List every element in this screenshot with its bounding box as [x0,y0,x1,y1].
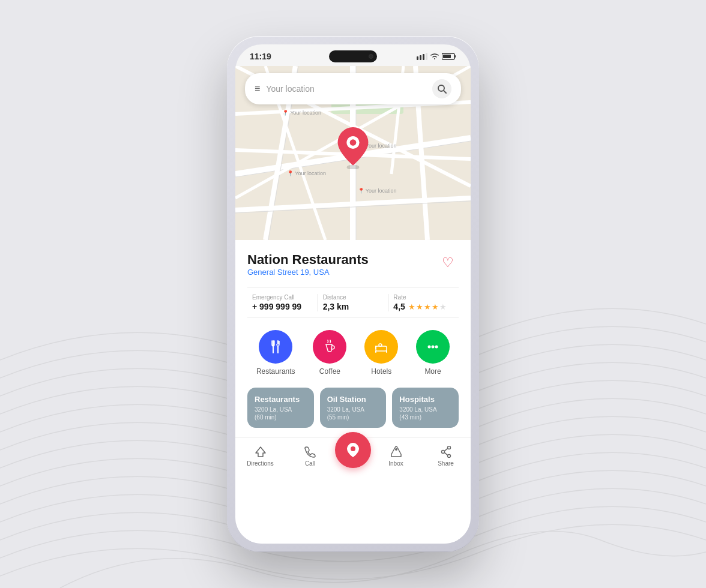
category-coffee[interactable]: Coffee [313,330,346,376]
map-pin [335,126,371,172]
emergency-label: Emergency Call [252,294,313,301]
hotels-icon-circle [364,330,398,364]
svg-point-37 [428,346,431,349]
heart-icon: ♡ [442,255,454,271]
inbox-icon [390,446,402,458]
svg-marker-40 [256,447,265,457]
star-1: ★ [408,302,415,311]
svg-rect-1 [420,55,421,60]
more-icon-circle [416,330,450,364]
more-label: More [424,367,441,376]
signal-icon [417,53,427,60]
directions-label: Directions [247,460,273,467]
svg-point-42 [395,448,397,451]
place-card-restaurants[interactable]: Restaurants 3200 La, USA (60 min) [247,388,314,428]
search-bar[interactable]: ≡ Your location [245,73,461,104]
coffee-label: Coffee [319,367,340,376]
category-restaurants[interactable]: Restaurants [256,330,295,376]
location-center-icon [345,442,361,458]
svg-line-28 [444,91,446,93]
category-row: Restaurants Coffee [247,330,459,376]
svg-rect-35 [379,344,382,346]
inbox-label: Inbox [388,460,403,467]
map-label-5: Your location [358,188,397,194]
category-more[interactable]: More [416,330,450,376]
map-area: Your location Your location Your locatio… [235,66,471,240]
directions-icon [255,446,267,458]
nav-directions[interactable]: Directions [235,446,285,467]
svg-point-41 [351,446,355,451]
place-card-time-3: (43 min) [399,414,451,421]
coffee-icon [322,340,337,354]
svg-rect-0 [417,56,418,60]
call-label: Call [305,460,315,467]
place-card-name-2: Oil Station [327,395,379,404]
stars-row: 4,5 ★ ★ ★ ★ ★ [393,302,454,311]
star-5: ★ [439,302,447,311]
stat-emergency: Emergency Call + 999 999 99 [247,294,318,311]
emergency-value: + 999 999 99 [252,302,313,311]
distance-value: 2,3 km [323,302,384,311]
svg-point-39 [435,346,438,349]
search-input[interactable]: Your location [266,84,426,94]
rate-label: Rate [393,294,454,301]
map-label-1: Your location [282,110,321,116]
phone: 11:19 [227,36,479,552]
hotels-label: Hotels [371,367,391,376]
status-bar: 11:19 [235,44,471,66]
menu-icon[interactable]: ≡ [255,83,260,94]
place-card-hospitals[interactable]: Hospitals 3200 La, USA (43 min) [392,388,459,428]
nav-inbox[interactable]: Inbox [371,446,421,467]
card-header: Nation Restaurants General Street 19, US… [247,252,459,285]
fork-knife-icon [268,340,283,354]
svg-point-24 [346,165,359,169]
svg-line-46 [444,448,448,451]
place-card-time-2: (55 min) [327,414,379,421]
place-card-addr-2: 3200 La, USA [327,406,379,413]
svg-rect-5 [454,55,456,58]
center-location-button[interactable] [335,432,371,468]
more-dots-icon [426,340,440,354]
place-card-time-1: (60 min) [255,414,307,421]
call-icon [304,446,316,458]
distance-label: Distance [323,294,384,301]
restaurants-label: Restaurants [256,367,295,376]
svg-rect-6 [443,55,451,58]
stat-rate: Rate 4,5 ★ ★ ★ ★ ★ [388,294,459,311]
map-label-4: Your location [287,170,326,176]
star-2: ★ [416,302,423,311]
status-notch [329,50,377,62]
battery-icon [442,53,456,60]
svg-point-38 [432,346,435,349]
rate-value: 4,5 [393,302,405,311]
place-card-name-3: Hospitals [399,395,451,404]
favorite-button[interactable]: ♡ [437,252,459,274]
camera-dot [369,54,373,59]
coffee-icon-circle [313,330,346,364]
places-row: Restaurants 3200 La, USA (60 min) Oil St… [247,388,459,428]
place-card-addr-1: 3200 La, USA [255,406,307,413]
wifi-icon [430,53,439,60]
stats-row: Emergency Call + 999 999 99 Distance 2,3… [247,287,459,318]
bed-icon [374,340,388,354]
place-card-name-1: Restaurants [255,395,307,404]
place-card-oil[interactable]: Oil Station 3200 La, USA (55 min) [320,388,387,428]
bottom-nav: Directions Call [235,437,471,478]
place-card-addr-3: 3200 La, USA [399,406,451,413]
svg-rect-32 [376,346,387,351]
phone-screen: 11:19 [235,44,471,544]
category-hotels[interactable]: Hotels [364,330,398,376]
star-4: ★ [432,302,439,311]
share-label: Share [438,460,454,467]
place-name: Nation Restaurants [247,252,369,268]
stat-distance: Distance 2,3 km [318,294,388,311]
nav-call[interactable]: Call [285,446,335,467]
nav-share[interactable]: Share [421,446,471,467]
search-button[interactable] [432,79,451,98]
share-icon [440,446,452,458]
svg-rect-3 [426,53,427,60]
place-info: Nation Restaurants General Street 19, US… [247,252,369,285]
status-time: 11:19 [250,52,271,61]
place-address: General Street 19, USA [247,268,369,277]
star-3: ★ [424,302,431,311]
